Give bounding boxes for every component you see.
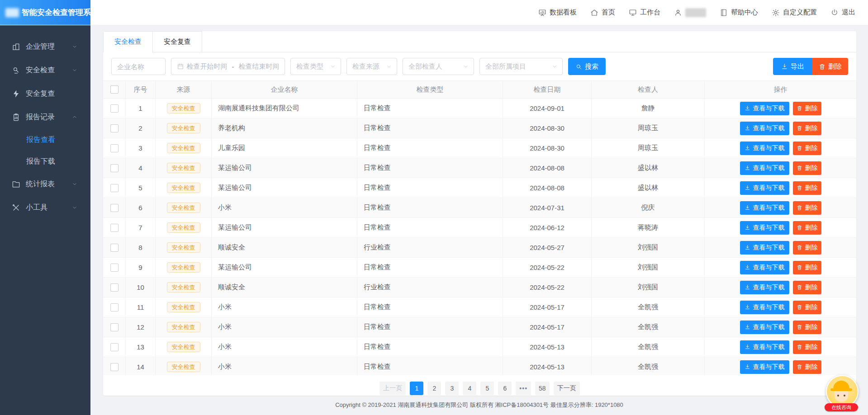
nav-home[interactable]: 首页 bbox=[590, 8, 615, 17]
row-checkbox[interactable] bbox=[110, 204, 119, 212]
row-delete-label: 删除 bbox=[805, 204, 818, 212]
nav-logout[interactable]: 退出 bbox=[830, 8, 855, 17]
sidebar-subitem-report-download[interactable]: 报告下载 bbox=[0, 151, 90, 172]
row-delete-button[interactable]: 删除 bbox=[793, 340, 821, 354]
row-actions: 查看与下载删除 bbox=[705, 258, 856, 277]
bulk-delete-button[interactable]: 删除 bbox=[812, 58, 848, 75]
row-inspector: 全凯强 bbox=[592, 297, 705, 317]
date-range-picker[interactable]: 检查开始时间 - 检查结束时间 bbox=[171, 58, 285, 75]
row-delete-button[interactable]: 删除 bbox=[793, 141, 821, 155]
pagination-next[interactable]: 下一页 bbox=[554, 382, 580, 395]
row-delete-button[interactable]: 删除 bbox=[793, 122, 821, 135]
row-delete-button[interactable]: 删除 bbox=[793, 360, 821, 374]
view-download-button[interactable]: 查看与下载 bbox=[740, 161, 789, 175]
row-delete-button[interactable]: 删除 bbox=[793, 102, 821, 115]
row-checkbox[interactable] bbox=[110, 244, 119, 252]
pagination-page-1[interactable]: 1 bbox=[410, 382, 423, 395]
view-download-button[interactable]: 查看与下载 bbox=[740, 241, 789, 255]
chevron-up-icon bbox=[71, 114, 78, 120]
view-download-button[interactable]: 查看与下载 bbox=[740, 360, 789, 374]
table-row: 6安全检查小米日常检查2024-07-31倪庆查看与下载删除 bbox=[103, 198, 856, 218]
sidebar-item-enterprise-mgmt[interactable]: 企业管理 bbox=[0, 35, 90, 58]
row-checkbox[interactable] bbox=[110, 184, 119, 192]
sidebar-item-safety-inspection[interactable]: 安全检查 bbox=[0, 58, 90, 82]
view-download-button[interactable]: 查看与下载 bbox=[740, 281, 789, 294]
inspector-select[interactable]: 全部检查人 bbox=[403, 58, 474, 75]
row-checkbox[interactable] bbox=[110, 343, 119, 351]
row-delete-button[interactable]: 删除 bbox=[793, 161, 821, 175]
row-inspector: 蒋晓涛 bbox=[592, 218, 705, 237]
view-download-button[interactable]: 查看与下载 bbox=[740, 221, 789, 235]
pagination-page-4[interactable]: 4 bbox=[463, 382, 476, 395]
pagination-page-5[interactable]: 5 bbox=[480, 382, 494, 395]
export-button[interactable]: 导出 bbox=[773, 58, 812, 75]
search-button[interactable]: 搜索 bbox=[568, 58, 606, 75]
view-download-button[interactable]: 查看与下载 bbox=[740, 321, 789, 334]
view-download-button[interactable]: 查看与下载 bbox=[740, 340, 789, 354]
nav-user[interactable] bbox=[674, 8, 706, 17]
nav-help-center[interactable]: 帮助中心 bbox=[720, 8, 758, 17]
view-download-label: 查看与下载 bbox=[753, 224, 785, 232]
row-checkbox[interactable] bbox=[110, 124, 119, 132]
row-delete-button[interactable]: 删除 bbox=[793, 241, 821, 255]
view-download-button[interactable]: 查看与下载 bbox=[740, 181, 789, 195]
nav-workbench[interactable]: 工作台 bbox=[629, 8, 660, 17]
sidebar-item-report-records[interactable]: 报告记录 bbox=[0, 105, 90, 129]
view-download-label: 查看与下载 bbox=[753, 104, 785, 113]
sidebar-item-safety-recheck[interactable]: 安全复查 bbox=[0, 82, 90, 105]
online-chat-widget[interactable]: 在线咨询 bbox=[825, 375, 858, 411]
view-download-button[interactable]: 查看与下载 bbox=[740, 102, 789, 115]
row-actions: 查看与下载删除 bbox=[705, 158, 856, 178]
row-checkbox[interactable] bbox=[110, 104, 119, 113]
sidebar-item-statistics[interactable]: 统计报表 bbox=[0, 172, 90, 196]
row-delete-label: 删除 bbox=[805, 264, 818, 272]
select-all-checkbox[interactable] bbox=[110, 85, 119, 94]
check-source-select[interactable]: 检查来源 bbox=[346, 58, 397, 75]
pagination-prev[interactable]: 上一页 bbox=[379, 382, 406, 395]
row-checkbox[interactable] bbox=[110, 363, 119, 371]
row-checkbox[interactable] bbox=[110, 283, 119, 292]
row-checkbox[interactable] bbox=[110, 224, 119, 232]
row-checkbox[interactable] bbox=[110, 264, 119, 272]
pagination-page-2[interactable]: 2 bbox=[427, 382, 441, 395]
row-delete-button[interactable]: 删除 bbox=[793, 261, 821, 274]
row-delete-button[interactable]: 删除 bbox=[793, 201, 821, 215]
trash-icon bbox=[797, 185, 802, 191]
source-tag: 安全检查 bbox=[167, 362, 200, 372]
view-download-button[interactable]: 查看与下载 bbox=[740, 141, 789, 155]
pagination-more[interactable]: ••• bbox=[516, 382, 531, 395]
row-delete-button[interactable]: 删除 bbox=[793, 321, 821, 334]
download-icon bbox=[745, 245, 750, 250]
row-checkbox-cell bbox=[103, 218, 126, 237]
sidebar-subitem-report-view[interactable]: 报告查看 bbox=[0, 129, 90, 151]
pagination-page-58[interactable]: 58 bbox=[535, 382, 550, 395]
tab-安全检查[interactable]: 安全检查 bbox=[103, 31, 153, 52]
company-name-input[interactable] bbox=[111, 58, 166, 75]
trash-icon bbox=[797, 145, 802, 151]
check-type-select[interactable]: 检查类型 bbox=[290, 58, 341, 75]
pagination-page-6[interactable]: 6 bbox=[498, 382, 512, 395]
project-select[interactable]: 全部所属项目 bbox=[479, 58, 563, 75]
sidebar-item-widgets[interactable]: 小工具 bbox=[0, 196, 90, 219]
tab-安全复查[interactable]: 安全复查 bbox=[152, 31, 202, 52]
row-checkbox[interactable] bbox=[110, 164, 119, 172]
row-checkbox[interactable] bbox=[110, 323, 119, 331]
nav-custom-config[interactable]: 自定义配置 bbox=[772, 8, 817, 17]
view-download-button[interactable]: 查看与下载 bbox=[740, 301, 789, 314]
row-checkbox[interactable] bbox=[110, 144, 119, 152]
sidebar-item-label: 统计报表 bbox=[26, 179, 55, 189]
row-delete-label: 删除 bbox=[805, 144, 818, 152]
row-delete-button[interactable]: 删除 bbox=[793, 281, 821, 294]
row-delete-button[interactable]: 删除 bbox=[793, 181, 821, 195]
row-checkbox[interactable] bbox=[110, 303, 119, 311]
view-download-button[interactable]: 查看与下载 bbox=[740, 201, 789, 215]
row-delete-button[interactable]: 删除 bbox=[793, 221, 821, 235]
nav-dashboard[interactable]: 数据看板 bbox=[538, 8, 577, 17]
table-row: 1安全检查湖南展通科技集团有限公司日常检查2024-09-01詹静查看与下载删除 bbox=[103, 99, 856, 118]
view-download-button[interactable]: 查看与下载 bbox=[740, 122, 789, 135]
view-download-button[interactable]: 查看与下载 bbox=[740, 261, 789, 274]
row-delete-button[interactable]: 删除 bbox=[793, 301, 821, 314]
pagination-page-3[interactable]: 3 bbox=[445, 382, 459, 395]
row-check-type: 日常检查 bbox=[357, 99, 503, 118]
copyright-text: Copyright © 2019-2021 湖南展通科技集团有限公司 版权所有 … bbox=[335, 401, 623, 409]
